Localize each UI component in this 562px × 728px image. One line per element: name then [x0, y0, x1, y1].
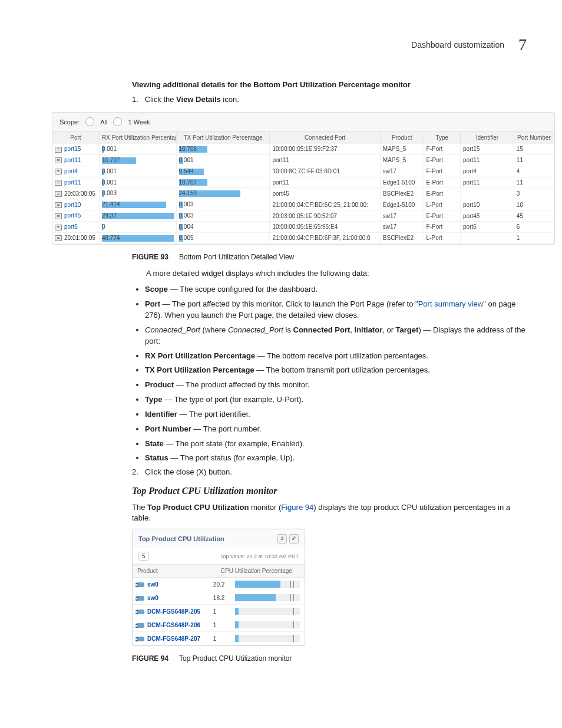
- prod-cell: BSCPlexE2: [380, 232, 424, 243]
- figure-caption-text: Bottom Port Utilization Detailed View: [179, 253, 294, 261]
- conn-cell: 10:00:8C:7C:FF:03:6D:01: [270, 166, 380, 177]
- port-cell[interactable]: port6: [52, 222, 99, 233]
- step-number: 2.: [132, 467, 143, 476]
- id-cell: port11: [461, 154, 514, 166]
- port-icon: [55, 225, 62, 230]
- col-header[interactable]: Identifier: [461, 131, 514, 144]
- type-cell: E-Port: [424, 210, 460, 222]
- port-cell[interactable]: 20:01:00:05: [52, 232, 99, 243]
- port-icon: [55, 147, 62, 153]
- step-text-b: View Details: [176, 95, 221, 104]
- prod-cell: Edge1-5100: [380, 199, 424, 210]
- type-cell: F-Port: [424, 222, 460, 233]
- conn-cell: 10:00:00:05:1E:65:95:E4: [270, 222, 380, 233]
- expand-icon[interactable]: ⤢: [289, 534, 299, 543]
- page-header: Dashboard customization 7: [52, 35, 527, 54]
- col-header[interactable]: Connected Port: [270, 131, 380, 144]
- row-count[interactable]: 5: [138, 552, 149, 561]
- section-para: The Top Product CPU Utilization monitor …: [132, 502, 527, 523]
- col-header[interactable]: Port Number: [514, 131, 554, 144]
- figure-label: FIGURE 94: [132, 654, 168, 663]
- content: Viewing additional details for the Botto…: [132, 80, 527, 104]
- num-cell: 6: [514, 222, 554, 233]
- collapse-icon[interactable]: ±: [277, 534, 287, 543]
- col-header[interactable]: TX Port Utilization Percentage: [176, 131, 270, 144]
- port-cell[interactable]: port15: [52, 144, 99, 154]
- id-cell: port15: [461, 144, 514, 154]
- switch-icon: [137, 610, 144, 614]
- port-icon: [55, 191, 62, 197]
- id-cell: port6: [461, 222, 514, 233]
- port-icon: [55, 235, 62, 241]
- list-item: Type — The type of port (for example, U-…: [145, 394, 527, 406]
- header-chapter: 7: [518, 35, 527, 54]
- col-header[interactable]: RX Port Utilization Percentage: [99, 131, 176, 144]
- list-item: RX Port Utilization Percentage — The bot…: [145, 351, 527, 362]
- product-cell[interactable]: DCM-FGS648P-206: [133, 618, 209, 632]
- list-item: Port Number — The port number.: [145, 424, 527, 435]
- col-header[interactable]: Port: [52, 131, 99, 144]
- id-cell: [461, 188, 514, 199]
- table-row: sw020.2: [133, 578, 305, 591]
- table-row: port40.0019.54410:00:8C:7C:FF:03:6D:01sw…: [52, 166, 554, 177]
- bar-cell: [230, 605, 305, 618]
- num-cell: 4: [514, 166, 554, 177]
- prod-cell: Edge1-5100: [380, 177, 424, 188]
- product-cell[interactable]: sw0: [133, 591, 209, 605]
- conn-cell: 21:00:00:04:CF:BD:6C:25, 21:00:00:: [270, 199, 380, 210]
- port-cell[interactable]: port10: [52, 199, 99, 210]
- product-cell[interactable]: DCM-FGS648P-207: [133, 632, 209, 645]
- top-value: Top Value: 20.2 at 10:32 AM PDT: [220, 554, 299, 559]
- table-row: DCM-FGS648P-2051: [133, 605, 305, 618]
- figure-link[interactable]: Figure 94: [281, 503, 313, 512]
- rx-cell: 48.774: [99, 232, 176, 243]
- port-cell[interactable]: port11: [52, 177, 99, 188]
- bar-cell: [230, 618, 305, 632]
- conn-cell: port45: [270, 188, 380, 199]
- port-cell[interactable]: 20:03:00:05: [52, 188, 99, 199]
- conn-cell: 21:00:00:04:CF:BD:6F:3F, 21:00:00:0: [270, 232, 380, 243]
- table-row: port1110.7070.001port11MAPS_5E-Portport1…: [52, 154, 554, 166]
- target-icon[interactable]: [85, 117, 94, 126]
- id-cell: port4: [461, 166, 514, 177]
- tx-cell: 24.159: [176, 188, 270, 199]
- port-icon: [55, 157, 62, 163]
- intro-text: A more detailed widget displays which in…: [146, 268, 527, 279]
- clock-icon[interactable]: [113, 117, 122, 126]
- type-cell: E-Port: [424, 177, 460, 188]
- figure-caption-text: Top Product CPU Utilization monitor: [179, 654, 292, 663]
- widget-controls: ± ⤢: [277, 534, 299, 543]
- num-cell: 15: [514, 144, 554, 154]
- doc-link[interactable]: "Port summary view": [415, 299, 486, 308]
- widget-subheader: 5 Top Value: 20.2 at 10:32 AM PDT: [133, 548, 305, 564]
- product-cell[interactable]: DCM-FGS648P-205: [133, 605, 209, 618]
- port-cell[interactable]: port11: [52, 154, 99, 166]
- rx-cell: 0.001: [99, 166, 176, 177]
- rx-cell: 0.001: [99, 144, 176, 154]
- port-icon: [55, 180, 62, 186]
- figure-93-caption: FIGURE 93Bottom Port Utilization Detaile…: [132, 253, 527, 261]
- table-row: sw018.2: [133, 591, 305, 605]
- port-icon: [55, 202, 62, 208]
- scope-all: All: [100, 118, 107, 126]
- port-icon: [55, 169, 62, 174]
- table-row: DCM-FGS648P-2061: [133, 618, 305, 632]
- rx-cell: 0: [99, 222, 176, 233]
- col-header[interactable]: Product: [380, 131, 424, 144]
- col-header[interactable]: Type: [424, 131, 460, 144]
- prod-cell: BSCPlexE2: [380, 188, 424, 199]
- type-cell: E-Port: [424, 188, 460, 199]
- port-cell[interactable]: port4: [52, 166, 99, 177]
- port-icon: [55, 213, 62, 219]
- step-number: 1.: [132, 95, 143, 104]
- list-item: State — The port state (for example, Ena…: [145, 439, 527, 450]
- t: The: [132, 503, 147, 512]
- conn-cell: port11: [270, 177, 380, 188]
- product-cell[interactable]: sw0: [133, 578, 209, 591]
- type-cell: F-Port: [424, 166, 460, 177]
- port-cell[interactable]: port45: [52, 210, 99, 222]
- step-1: 1. Click the View Details icon.: [132, 95, 527, 104]
- bar-cell: [230, 591, 305, 605]
- step-text-a: Click the: [145, 95, 176, 104]
- tx-cell: 0.003: [176, 199, 270, 210]
